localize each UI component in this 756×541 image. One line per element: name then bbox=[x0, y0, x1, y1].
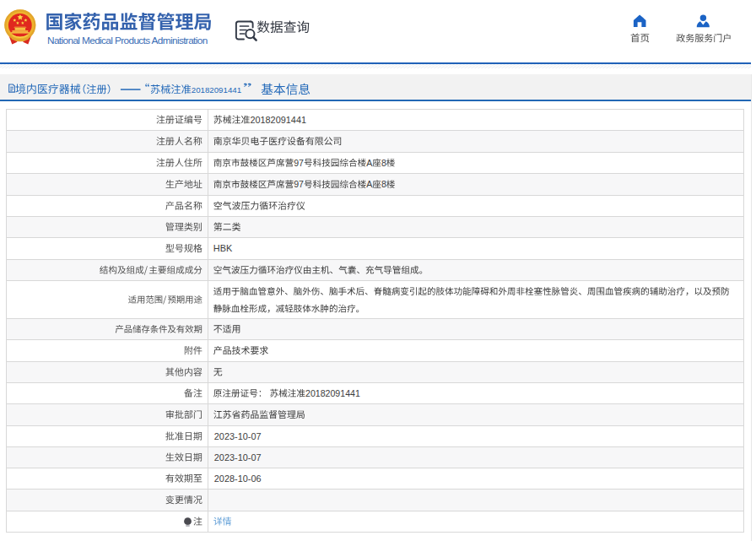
svg-text:2023-10-07: 2023-10-07 bbox=[214, 431, 262, 441]
svg-text:A: A bbox=[366, 179, 373, 189]
svg-text:20182091441: 20182091441 bbox=[192, 85, 241, 95]
svg-text:2028-10-06: 2028-10-06 bbox=[214, 473, 262, 484]
svg-text:20182091441: 20182091441 bbox=[250, 115, 306, 125]
svg-text:97: 97 bbox=[294, 179, 304, 189]
svg-text:National Medical Products Admi: National Medical Products Administration bbox=[47, 35, 208, 46]
svg-text:HBK: HBK bbox=[213, 243, 233, 253]
svg-text:20182091441: 20182091441 bbox=[305, 388, 360, 398]
svg-text:2023-10-07: 2023-10-07 bbox=[214, 452, 262, 463]
svg-text:A: A bbox=[366, 158, 373, 168]
svg-text:97: 97 bbox=[294, 158, 304, 168]
svg-text:8: 8 bbox=[381, 179, 386, 189]
svg-text:8: 8 bbox=[381, 158, 386, 168]
